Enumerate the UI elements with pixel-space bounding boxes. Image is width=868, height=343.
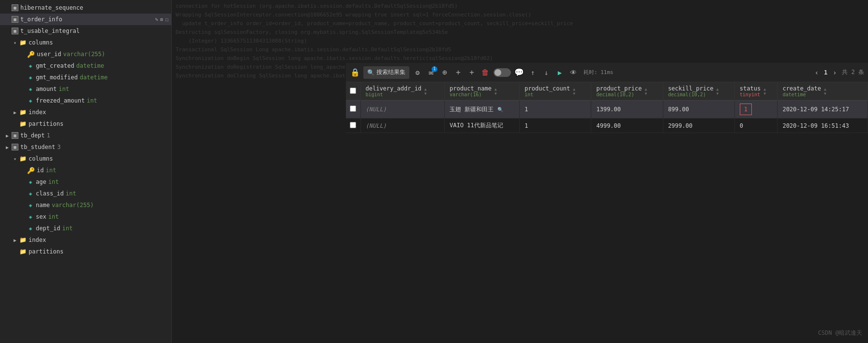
edit-icons: ✎ ≡ ☐ [155,16,168,23]
sidebar-item-t-order-info[interactable]: ▦ t_order_info ✎ ≡ ☐ [0,14,171,25]
table-icon: ▦ [12,132,18,139]
play-icon[interactable]: ▶ [554,67,565,78]
sidebar-item-label: tb_student [20,144,55,150]
status-badge: 1 [740,104,752,115]
sidebar-item-label: partitions [29,248,63,255]
col-header-status[interactable]: status tinyint ▲▼ [734,82,778,101]
col-name: create_date [782,85,821,92]
delete-icon[interactable]: 🗑 [480,67,491,78]
prev-page-icon[interactable]: ‹ [811,67,822,78]
sidebar-item-label: tb_dept [20,132,45,139]
sidebar-item-partitions-1[interactable]: 📁 partitions [0,118,171,130]
sidebar-item-index-2[interactable]: ▶ 📁 index [0,234,171,246]
table-icon: ▦ [12,28,18,34]
cell-seckill-price: 2999.00 [663,119,734,133]
col-label: gmt_created [36,62,74,69]
col-icon: ◈ [27,214,34,220]
table-icon: ▦ [12,16,18,23]
cell-product-name: VAIO 11代新品笔记 [445,119,520,133]
col-type-label: int [524,92,570,97]
col-header-product-price[interactable]: product_price decimal(10,2) ▲▼ [591,82,663,101]
settings-icon[interactable]: ⚙ [412,67,423,78]
lock-icon[interactable]: 🔒 [350,67,360,78]
sidebar-col-gmt-created[interactable]: ◈ gmt_created datetime [0,60,171,72]
add-icon-2[interactable]: + [466,67,477,78]
col-header-create-date[interactable]: create_date datetime ▲▼ [778,82,868,101]
eye-icon[interactable]: 👁 [568,67,579,78]
sidebar-item-index-1[interactable]: ▶ 📁 index [0,106,171,118]
arrow-down-icon[interactable]: ↓ [541,67,552,78]
cell-seckill-price: 899.00 [663,101,734,119]
page-total: 共 2 条 [842,68,864,76]
sidebar-col-age[interactable]: ◈ age int [0,176,171,188]
key-icon: 🔑 [27,51,35,58]
sidebar-item-columns-1[interactable]: ▾ 📁 columns [0,37,171,48]
sidebar-col-name[interactable]: ◈ name varchar(255) [0,199,171,211]
row-checkbox[interactable] [350,122,356,128]
watermark: CSDN @暗武逢天 [818,329,862,337]
cell-product-price: 1399.00 [591,101,663,119]
sidebar-item-label: columns [29,155,53,162]
chevron-right-icon: ▶ [4,145,11,150]
sidebar-col-id[interactable]: 🔑 id int [0,164,171,176]
sidebar-item-columns-2[interactable]: ▾ 📁 columns [0,153,171,164]
notification-button[interactable]: ✉ 1 [426,67,436,78]
sidebar-item-tb-student[interactable]: ▶ ▦ tb_student 3 [0,141,171,153]
col-type-label: varchar(16) [449,92,492,97]
cell-product-count: 1 [520,101,591,119]
chevron-right-icon: ▶ [4,133,11,138]
sidebar-col-dept-id[interactable]: ◈ dept_id int [0,223,171,234]
col-type: int [45,167,56,174]
col-type-label: tinyint [740,92,761,97]
row-checkbox[interactable] [350,105,356,112]
col-icon: ◈ [27,179,34,185]
sidebar-item-label: columns [29,39,53,46]
col-name: delivery_addr_id [366,85,422,92]
sidebar-col-amount[interactable]: ◈ amount int [0,83,171,95]
edit-pencil-icon[interactable]: ✎ [155,16,158,23]
col-label: amount [36,86,57,92]
next-page-icon[interactable]: › [829,67,840,78]
folder-icon: 📁 [19,155,27,162]
table-row[interactable]: (NULL)玉翅 新疆和田王 🔍11399.00899.0012020-12-0… [346,101,868,119]
result-table-container: delivery_addr_id bigint ▲▼ product_name [346,82,868,343]
toggle-switch[interactable] [494,68,511,77]
sidebar-item-tb-dept[interactable]: ▶ ▦ tb_dept 1 [0,130,171,141]
table-icon: ▦ [12,144,18,150]
col-type: int [66,190,76,197]
cell-product-price: 4999.00 [591,119,663,133]
sidebar-item-t-usable-integral[interactable]: ▦ t_usable_integral [0,25,171,37]
sidebar-col-gmt-modified[interactable]: ◈ gmt_modified datetime [0,72,171,83]
github-icon[interactable]: ⊕ [439,67,450,78]
sort-arrows: ▲▼ [644,87,647,96]
sidebar-col-freezed-amount[interactable]: ◈ freezed_amount int [0,95,171,106]
sidebar-item-partitions-2[interactable]: 📁 partitions [0,246,171,257]
folder-icon: 📁 [19,39,27,46]
sidebar-col-user-id[interactable]: 🔑 user_id varchar(255) [0,48,171,60]
add-icon-1[interactable]: + [453,67,464,78]
search-area[interactable]: 🔍 搜索结果集 [363,66,409,79]
sidebar-col-sex[interactable]: ◈ sex int [0,211,171,223]
cell-status[interactable]: 0 [734,119,778,133]
col-type: datetime [80,74,108,81]
col-label: id [37,167,44,174]
col-header-delivery-addr-id[interactable]: delivery_addr_id bigint ▲▼ [360,82,445,101]
header-checkbox[interactable] [346,82,360,101]
chat-icon[interactable]: 💬 [514,67,524,78]
col-name: status [740,85,761,92]
col-header-product-name[interactable]: product_name varchar(16) ▲▼ [445,82,520,101]
sidebar-item-hibernate-sequence[interactable]: ▦ hibernate_sequence [0,2,171,14]
folder-icon: 📁 [19,237,27,243]
col-header-product-count[interactable]: product_count int ▲▼ [520,82,591,101]
col-icon: ◈ [27,86,34,92]
status-value: 0 [740,122,743,129]
folder-icon: 📁 [19,248,27,255]
col-header-seckill-price[interactable]: seckill_price decimal(10,2) ▲▼ [663,82,734,101]
sidebar-col-class-id[interactable]: ◈ class_id int [0,188,171,199]
select-all-checkbox[interactable] [350,88,356,94]
arrow-up-icon[interactable]: ↑ [527,67,538,78]
edit-copy-icon[interactable]: ☐ [165,16,168,23]
table-row[interactable]: (NULL)VAIO 11代新品笔记14999.002999.0002020-1… [346,119,868,133]
edit-list-icon[interactable]: ≡ [160,16,164,23]
cell-status[interactable]: 1 [734,101,778,119]
